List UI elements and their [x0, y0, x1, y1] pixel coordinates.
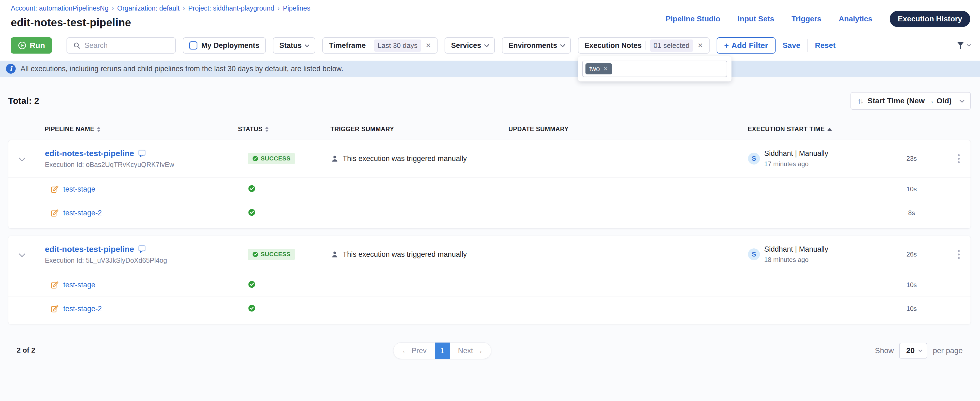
execution-row[interactable]: edit-notes-test-pipeline Execution Id: o… [8, 140, 970, 177]
note-tag: two ✕ [585, 63, 612, 74]
col-header-execution-start-time[interactable]: EXECUTION START TIME [748, 126, 887, 133]
table-header-row: PIPELINE NAME STATUS TRIGGER SUMMARY UPD… [8, 126, 971, 133]
my-deployments-filter[interactable]: My Deployments [183, 37, 266, 54]
environments-filter[interactable]: Environments [502, 37, 571, 54]
started-by: Siddhant | Manually [764, 245, 828, 254]
divider [370, 42, 370, 50]
stage-name-link[interactable]: test-stage-2 [63, 305, 102, 313]
my-deployments-checkbox[interactable] [189, 42, 197, 50]
sort-arrows-icon [265, 127, 269, 132]
stage-edit-icon [50, 209, 59, 217]
expander-cell [8, 252, 45, 257]
notes-comment-icon[interactable] [138, 149, 146, 158]
status-label: SUCCESS [261, 251, 291, 258]
success-check-icon [252, 155, 259, 162]
reset-filter-link[interactable]: Reset [815, 41, 835, 50]
services-filter-label: Services [451, 42, 481, 50]
filter-funnel-button[interactable] [956, 41, 970, 50]
clear-execution-notes-icon[interactable]: ✕ [697, 42, 703, 49]
stage-success-icon [248, 185, 256, 193]
stage-name-link[interactable]: test-stage [63, 185, 95, 193]
execution-group: edit-notes-test-pipeline Execution Id: 5… [8, 236, 971, 324]
pipeline-cell: edit-notes-test-pipeline Execution Id: 5… [45, 244, 238, 264]
status-filter-label: Status [279, 42, 302, 50]
remove-tag-icon[interactable]: ✕ [603, 66, 608, 72]
more-options-button[interactable] [956, 152, 962, 165]
stage-row[interactable]: test-stage-2 10s [8, 297, 970, 320]
tab-execution-history[interactable]: Execution History [890, 11, 970, 27]
arrow-left-icon: ← [402, 347, 409, 355]
tab-input-sets[interactable]: Input Sets [738, 14, 774, 23]
more-options-button[interactable] [956, 248, 962, 261]
execution-list-section: Total: 2 ↑↓ Start Time (New → Old) PIPEL… [0, 77, 980, 361]
tab-pipeline-studio[interactable]: Pipeline Studio [665, 14, 720, 23]
environments-filter-label: Environments [508, 42, 557, 50]
run-button[interactable]: Run [11, 37, 52, 54]
col-header-trigger-summary: TRIGGER SUMMARY [331, 126, 508, 133]
save-filter-link[interactable]: Save [783, 41, 800, 50]
timeframe-label: Timeframe [329, 42, 366, 50]
time-ago: 18 minutes ago [764, 256, 828, 264]
stage-name-link[interactable]: test-stage [63, 281, 95, 289]
stage-name-link[interactable]: test-stage-2 [63, 209, 102, 217]
pipeline-cell: edit-notes-test-pipeline Execution Id: o… [45, 149, 238, 169]
col-header-label: TRIGGER SUMMARY [331, 126, 394, 133]
start-time-cell: S Siddhant | Manually 18 minutes ago [748, 245, 887, 264]
execution-id: Execution Id: 5L_uV3JkSlyDoXd65Pl4og [45, 257, 238, 264]
info-icon: i [6, 64, 16, 73]
search-input[interactable] [84, 42, 169, 50]
breadcrumb-organization[interactable]: Organization: default [117, 4, 180, 12]
tab-triggers[interactable]: Triggers [792, 14, 821, 23]
col-header-update-summary: UPDATE SUMMARY [508, 126, 748, 133]
col-header-pipeline-name[interactable]: PIPELINE NAME [45, 126, 238, 133]
status-filter[interactable]: Status [273, 37, 316, 54]
stage-duration: 10s [887, 305, 936, 313]
col-header-label: PIPELINE NAME [45, 126, 94, 133]
menu-cell [936, 248, 970, 261]
add-filter-button[interactable]: + Add Filter [717, 37, 776, 54]
avatar: S [748, 153, 760, 165]
tab-analytics[interactable]: Analytics [838, 14, 872, 23]
pipeline-nav: Pipeline Studio Input Sets Triggers Anal… [665, 11, 970, 27]
sort-ascending-icon [827, 128, 832, 131]
execution-notes-filter[interactable]: Execution Notes 01 selected ✕ [578, 37, 710, 54]
sort-dropdown[interactable]: ↑↓ Start Time (New → Old) [851, 92, 971, 110]
sort-label: Start Time (New → Old) [867, 97, 951, 105]
trigger-summary-cell: This execution was triggered manually [331, 155, 509, 163]
play-icon [18, 41, 27, 50]
timeframe-filter[interactable]: Timeframe Last 30 days ✕ [322, 37, 438, 54]
expand-chevron-icon[interactable] [19, 251, 25, 257]
info-banner-text: All executions, including reruns and chi… [21, 65, 343, 73]
sort-updown-icon: ↑↓ [858, 97, 863, 105]
stage-row[interactable]: test-stage 10s [8, 273, 970, 297]
note-tag-label: two [589, 65, 600, 73]
stage-row[interactable]: test-stage 10s [8, 177, 970, 201]
expand-chevron-icon[interactable] [19, 155, 25, 161]
page-size-select[interactable]: 20 [899, 343, 927, 358]
menu-cell [936, 152, 970, 165]
execution-row[interactable]: edit-notes-test-pipeline Execution Id: 5… [8, 236, 970, 273]
breadcrumb-project[interactable]: Project: siddhant-playground [188, 4, 274, 12]
col-header-status[interactable]: STATUS [238, 126, 331, 133]
execution-group: edit-notes-test-pipeline Execution Id: o… [8, 140, 971, 228]
trigger-summary-text: This execution was triggered manually [343, 155, 467, 163]
notes-tag-input[interactable]: two ✕ [582, 61, 727, 77]
stage-edit-icon [50, 185, 59, 193]
prev-page-button[interactable]: ← Prev [393, 343, 435, 359]
clear-timeframe-icon[interactable]: ✕ [425, 42, 431, 49]
stage-row[interactable]: test-stage-2 8s [8, 201, 970, 225]
search-box[interactable] [67, 37, 176, 54]
stage-edit-icon [50, 281, 59, 289]
breadcrumb-separator: › [277, 5, 280, 12]
breadcrumb-pipelines[interactable]: Pipelines [283, 4, 310, 12]
current-page-button[interactable]: 1 [435, 342, 450, 359]
pipeline-name-link[interactable]: edit-notes-test-pipeline [45, 244, 134, 254]
pipeline-name-link[interactable]: edit-notes-test-pipeline [45, 149, 134, 158]
breadcrumb-account[interactable]: Account: automationPipelinesNg [11, 4, 108, 12]
execution-notes-value: 01 selected [650, 40, 694, 52]
notes-comment-icon[interactable] [138, 245, 146, 253]
next-page-button[interactable]: Next → [450, 343, 492, 359]
services-filter[interactable]: Services [445, 37, 495, 54]
search-icon [73, 42, 81, 49]
time-ago: 17 minutes ago [764, 160, 828, 168]
